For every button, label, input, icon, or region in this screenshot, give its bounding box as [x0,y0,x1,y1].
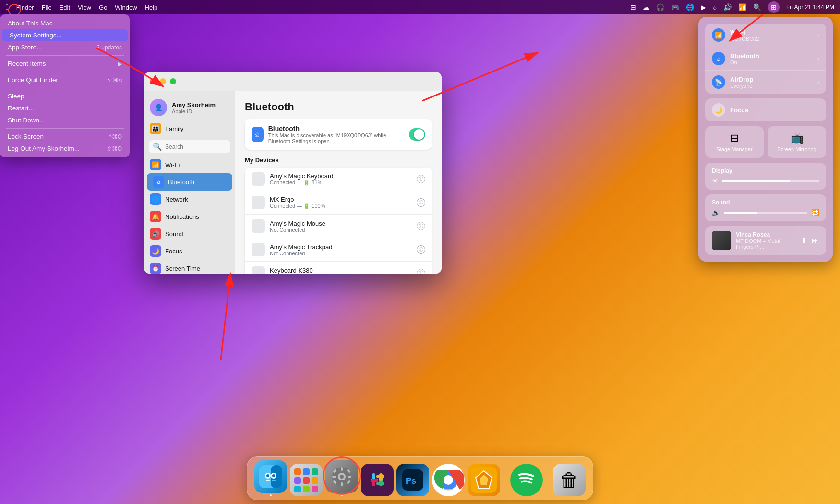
cc-wifi-row[interactable]: 📶 Wi-Fi MOTOBC02 › [705,24,826,47]
svg-rect-7 [272,480,276,481]
user-info: Amy Skorheim Apple ID [172,101,216,114]
lock-screen-menu-item[interactable]: Lock Screen ^⌘Q [0,131,130,143]
svg-rect-27 [371,479,378,482]
restart-menu-item[interactable]: Restart... [0,102,130,114]
sidebar-item-family[interactable]: 👨‍👩‍👧 Family [144,120,235,137]
bluetooth-menubar-icon[interactable]: ⎐ [713,3,717,11]
maximize-button[interactable] [170,78,176,84]
apple-menu-button[interactable]:  [6,3,9,12]
device-icon-mxergo [252,196,265,209]
settings-titlebar [144,72,442,91]
cc-wifi-label: Wi-Fi [730,29,759,36]
dock-chrome[interactable] [432,464,465,496]
volume-icon: 🔊 [712,209,720,216]
svg-point-32 [444,475,453,485]
minimize-button[interactable] [160,78,166,84]
spotify-dock-icon [510,464,543,496]
globe-icon[interactable]: 🌐 [686,3,694,11]
dock-system-settings[interactable] [325,460,358,496]
device-row-magic-mouse: Amy's Magic Mouse Not Connected ⓘ [245,215,432,238]
device-info-btn-mxergo[interactable]: ⓘ [417,198,425,207]
search-menubar-icon[interactable]: 🔍 [753,3,761,11]
recent-items-menu-item[interactable]: Recent Items ▶ [0,58,130,70]
view-menu[interactable]: View [78,4,91,11]
search-icon: 🔍 [153,142,162,151]
battery-icon[interactable]: ⊟ [630,3,636,11]
dock-spotify[interactable] [510,464,543,496]
album-art [712,231,731,250]
cc-now-playing: Vinca Rosea MF DOOM – Metal Fingers Pr..… [705,226,826,255]
device-info-btn-trackpad[interactable]: ⓘ [417,245,425,254]
cc-display-slider-row: ☀ [712,177,819,185]
dock-trash[interactable]: 🗑 [553,464,586,496]
svg-rect-25 [376,475,384,478]
bluetooth-toggle[interactable] [409,128,425,141]
sidebar-item-sound[interactable]: 🔊 Sound [144,225,235,242]
user-sub: Apple ID [172,108,216,114]
device-info-btn-k380[interactable]: ⓘ [417,269,425,274]
gamepad-icon[interactable]: 🎮 [671,3,679,11]
sleep-menu-item[interactable]: Sleep [0,90,130,102]
sidebar-item-bluetooth[interactable]: ⎐ Bluetooth [147,173,232,191]
system-settings-menu-item[interactable]: System Settings... [2,29,128,41]
sidebar-item-wifi[interactable]: 📶 Wi-Fi [144,156,235,173]
cc-bluetooth-status: On [730,60,759,65]
cc-display-track[interactable] [722,180,819,182]
cc-airdrop-status: Everyone [730,83,753,89]
cc-sound-label: Sound [712,199,819,206]
go-menu[interactable]: Go [99,4,107,11]
cc-sound-track[interactable] [724,212,807,214]
np-artist: MF DOOM – Metal Fingers Pr... [736,238,795,250]
cc-bluetooth-chevron: › [817,56,819,61]
sidebar-item-network[interactable]: 🌐 Network [144,191,235,208]
device-name-keyboard: Amy's Magic Keyboard [270,172,412,180]
about-this-mac[interactable]: About This Mac [0,17,130,29]
sidebar-item-notifications[interactable]: 🔔 Notifications [144,208,235,225]
dock-sketch[interactable] [468,464,500,496]
cloud-icon[interactable]: ☁ [643,3,649,11]
devices-list: Amy's Magic Keyboard Connected — 🔋 81% ⓘ… [245,168,432,274]
wifi-menubar-icon[interactable]: 📶 [738,3,746,11]
cc-display-section: Display ☀ [705,163,826,190]
cc-airdrop-row[interactable]: 📡 AirDrop Everyone › [705,71,826,94]
dock-finder[interactable] [254,460,287,496]
dock-launchpad[interactable] [290,464,323,496]
help-menu[interactable]: Help [145,4,158,11]
device-info-btn-mouse[interactable]: ⓘ [417,222,425,230]
app-store-menu-item[interactable]: App Store... 2 updates [0,41,130,53]
device-info-btn-keyboard[interactable]: ⓘ [417,175,425,183]
cc-bluetooth-info: Bluetooth On [730,52,759,65]
edit-menu[interactable]: Edit [60,4,70,11]
pause-button[interactable]: ⏸ [800,236,808,245]
dock-slack[interactable] [361,464,394,496]
user-name: Amy Skorheim [172,101,216,108]
close-button[interactable] [150,78,156,84]
sound-menubar-icon[interactable]: 🔊 [723,3,732,11]
cc-bluetooth-row[interactable]: ⎐ Bluetooth On › [705,47,826,71]
menubar-right: ⊟ ☁ 🎧 🎮 🌐 ▶ ⎐ 🔊 📶 🔍 ⊞ Fri Apr 21 1:44 PM [630,1,834,13]
skip-button[interactable]: ⏭ [812,236,819,245]
play-icon[interactable]: ▶ [701,3,706,11]
search-input[interactable] [165,144,227,150]
sidebar-user-profile[interactable]: 👤 Amy Skorheim Apple ID [144,95,235,120]
device-row-magic-trackpad: Amy's Magic Trackpad Not Connected ⓘ [245,238,432,262]
window-menu[interactable]: Window [115,4,137,11]
cc-focus-row[interactable]: 🌙 Focus [705,98,826,121]
menu-divider-1 [6,55,124,56]
force-quit-menu-item[interactable]: Force Quit Finder ⌥⌘⎋ [0,74,130,86]
chrome-dock-icon [432,464,465,496]
logout-menu-item[interactable]: Log Out Amy Skorheim... ⇧⌘Q [0,143,130,155]
dock-photoshop[interactable]: Ps [396,464,429,496]
control-center-icon[interactable]: ⊞ [768,1,780,13]
headphones-icon[interactable]: 🎧 [656,3,664,11]
file-menu[interactable]: File [42,4,52,11]
device-icon-mouse [252,219,265,233]
cc-connectivity-section: 📶 Wi-Fi MOTOBC02 › ⎐ Bluetooth On › 📡 [705,24,826,94]
wifi-icon: 📶 [150,159,161,170]
sidebar-item-focus[interactable]: 🌙 Focus [144,242,235,260]
bluetooth-toggle-row: ⎐ Bluetooth This Mac is discoverable as … [245,119,432,150]
sidebar-item-screentime[interactable]: ⏰ Screen Time [144,260,235,274]
cc-stage-manager-button[interactable]: ⊟ Stage Manager [705,126,764,158]
shutdown-menu-item[interactable]: Shut Down... [0,114,130,126]
cc-screen-mirroring-button[interactable]: 📺 Screen Mirroring [768,126,826,158]
